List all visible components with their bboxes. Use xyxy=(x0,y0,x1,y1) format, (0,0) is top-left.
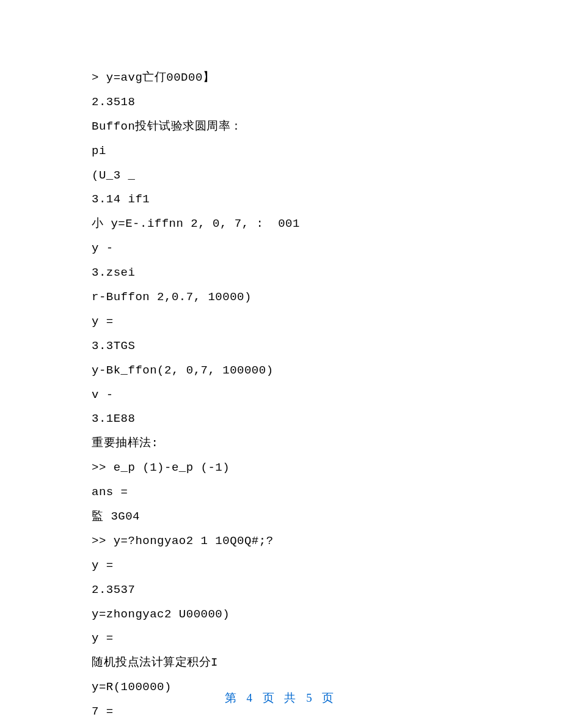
code-line: 3.14 if1 xyxy=(92,188,470,212)
code-line: 3.zsei xyxy=(92,261,470,285)
code-line: r-Buffon 2,0.7, 10000) xyxy=(92,285,470,310)
code-line: >> e_p (1)-e_p (-1) xyxy=(92,456,470,480)
code-line: 随机投点法计算定积分I xyxy=(92,651,470,675)
code-line: 監 3G04 xyxy=(92,505,470,529)
code-line: Buffon投针试验求圆周率： xyxy=(92,115,470,139)
code-line: 3.3TGS xyxy=(92,334,470,359)
code-line: 2-3489 xyxy=(92,724,470,728)
code-line: 3.1E88 xyxy=(92,407,470,432)
code-line: y-Bk_ffon(2, 0,7, 100000) xyxy=(92,359,470,383)
code-line: 小 y=E-.iffnn 2, 0, 7, : 001 xyxy=(92,212,470,237)
document-content: > y=avg亡仃00D00】 2.3518 Buffon投针试验求圆周率： p… xyxy=(92,66,470,728)
code-line: > y=avg亡仃00D00】 xyxy=(92,66,470,90)
code-line: y = xyxy=(92,310,470,334)
code-line: ans = xyxy=(92,480,470,505)
page-footer: 第 4 页 共 5 页 xyxy=(0,690,562,706)
code-line: y = xyxy=(92,554,470,578)
code-line: 重要抽样法: xyxy=(92,432,470,456)
code-line: 2.3537 xyxy=(92,578,470,603)
code-line: pi xyxy=(92,139,470,164)
code-line: >> y=?hongyao2 1 10Q0Q#;? xyxy=(92,529,470,554)
code-line: (U_3 _ xyxy=(92,164,470,188)
page: > y=avg亡仃00D00】 2.3518 Buffon投针试验求圆周率： p… xyxy=(0,0,562,728)
code-line: v - xyxy=(92,383,470,408)
code-line: 2.3518 xyxy=(92,90,470,115)
code-line: y=zhongyac2 U00000) xyxy=(92,603,470,627)
code-line: y = xyxy=(92,627,470,651)
code-line: y - xyxy=(92,237,470,261)
